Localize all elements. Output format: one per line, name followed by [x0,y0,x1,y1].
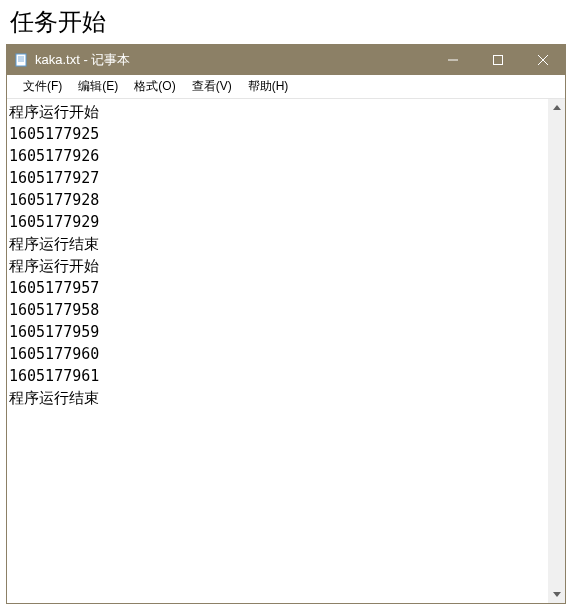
notepad-icon [13,52,29,68]
scroll-up-icon[interactable] [548,99,565,116]
page-title: 任务开始 [0,0,572,44]
svg-rect-0 [16,54,26,66]
menu-view[interactable]: 查看(V) [184,76,240,97]
minimize-button[interactable] [430,45,475,75]
menu-help[interactable]: 帮助(H) [240,76,297,97]
menu-format[interactable]: 格式(O) [126,76,183,97]
content-area: 程序运行开始 1605177925 1605177926 1605177927 … [7,99,565,603]
menu-edit[interactable]: 编辑(E) [70,76,126,97]
window-controls [430,45,565,75]
vertical-scrollbar[interactable] [548,99,565,603]
maximize-button[interactable] [475,45,520,75]
scroll-down-icon[interactable] [548,586,565,603]
close-button[interactable] [520,45,565,75]
titlebar[interactable]: kaka.txt - 记事本 [7,45,565,75]
menu-file[interactable]: 文件(F) [15,76,70,97]
text-editor[interactable]: 程序运行开始 1605177925 1605177926 1605177927 … [7,99,548,603]
menubar: 文件(F) 编辑(E) 格式(O) 查看(V) 帮助(H) [7,75,565,99]
notepad-window: kaka.txt - 记事本 文件(F) 编辑(E) 格式(O) 查看(V) 帮… [6,44,566,604]
svg-rect-5 [493,56,502,65]
window-title: kaka.txt - 记事本 [35,51,430,69]
